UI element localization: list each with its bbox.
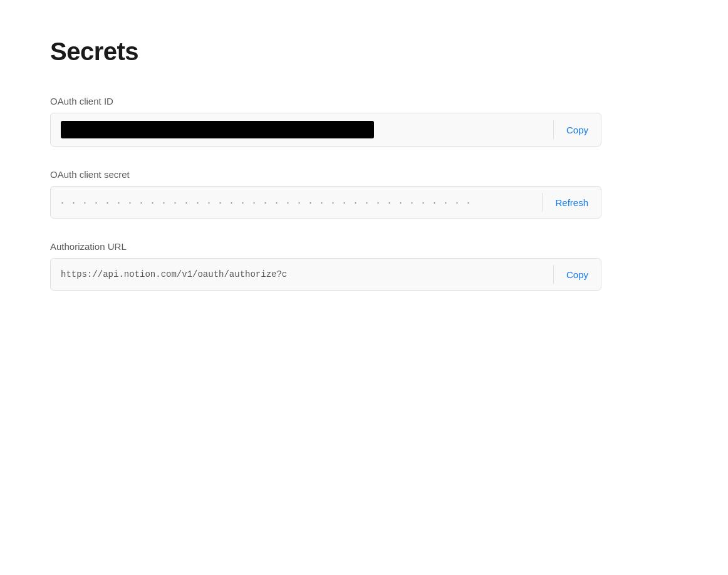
refresh-client-secret-button[interactable]: Refresh: [543, 197, 601, 208]
oauth-client-secret-section: OAuth client secret · · · · · · · · · · …: [50, 169, 678, 219]
oauth-client-id-section: OAuth client ID Copy: [50, 96, 678, 147]
authorization-url-box: https://api.notion.com/v1/oauth/authoriz…: [50, 258, 601, 291]
oauth-client-secret-label: OAuth client secret: [50, 169, 678, 180]
oauth-client-id-label: OAuth client ID: [50, 96, 678, 106]
copy-auth-url-button[interactable]: Copy: [554, 269, 601, 280]
authorization-url-section: Authorization URL https://api.notion.com…: [50, 241, 678, 291]
copy-client-id-button[interactable]: Copy: [554, 125, 601, 135]
oauth-client-secret-value: · · · · · · · · · · · · · · · · · · · · …: [51, 187, 542, 218]
oauth-client-id-value: [61, 121, 374, 138]
page-title: Secrets: [50, 38, 678, 66]
authorization-url-label: Authorization URL: [50, 241, 678, 252]
authorization-url-value: https://api.notion.com/v1/oauth/authoriz…: [51, 261, 553, 288]
oauth-client-secret-box: · · · · · · · · · · · · · · · · · · · · …: [50, 186, 601, 219]
oauth-client-id-box: Copy: [50, 113, 601, 147]
